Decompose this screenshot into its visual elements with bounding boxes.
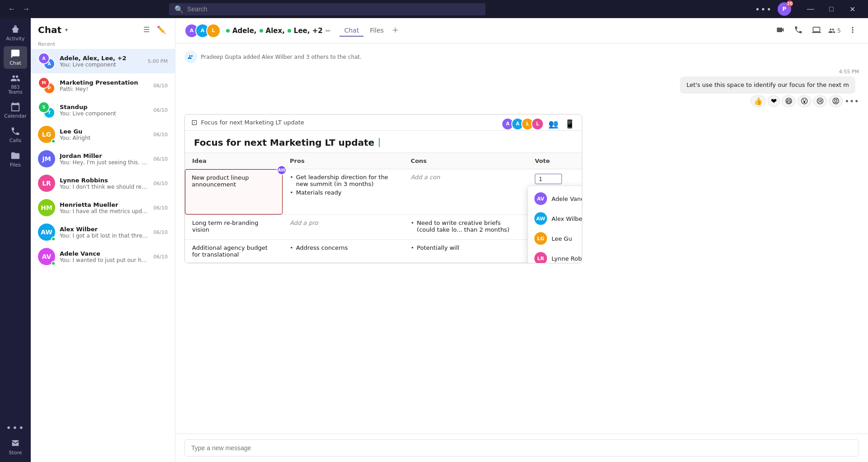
chat-preview: You: I don't think we should request age… bbox=[60, 184, 149, 190]
chat-title[interactable]: Chat bbox=[38, 24, 61, 35]
chat-item[interactable]: LG Lee Gu You: Alright 06/10 bbox=[31, 122, 175, 147]
header-actions-right: 5 bbox=[774, 24, 859, 38]
idea-cell: ⠿ New product lineup announcement AW bbox=[185, 169, 283, 215]
tab-chat[interactable]: Chat bbox=[340, 25, 363, 37]
name-lee: Lee, +2 bbox=[294, 27, 323, 35]
bullet-item: • Need to write creative briefs (could t… bbox=[410, 219, 520, 233]
teams-label: 883 Teams bbox=[5, 85, 25, 95]
idea-cell-3[interactable]: Additional agency budget for translation… bbox=[185, 240, 283, 263]
new-chat-button[interactable]: ✏️ bbox=[155, 24, 168, 36]
add-participant-button[interactable]: 👥 bbox=[547, 117, 560, 130]
live-component-header-wrapper: ⊡ Focus for next Marketing LT update A A… bbox=[185, 114, 582, 131]
chat-meta: 5:00 PM bbox=[148, 58, 168, 64]
sidebar-item-calls[interactable]: Calls bbox=[4, 124, 27, 146]
chat-name: Lee Gu bbox=[60, 128, 149, 135]
more-options-header-button[interactable] bbox=[846, 24, 859, 38]
sidebar-item-more[interactable]: ••• bbox=[4, 419, 27, 436]
avatar-group: A A bbox=[38, 52, 55, 70]
search-icon: 🔍 bbox=[175, 5, 184, 14]
reaction-smile[interactable]: 😄 bbox=[782, 95, 796, 107]
chat-item[interactable]: JM Jordan Miller You: Hey, I'm just seei… bbox=[31, 147, 175, 171]
avatar-group: S T bbox=[38, 101, 55, 119]
cursor-blink bbox=[379, 138, 380, 147]
chat-name: Marketing Presentation bbox=[60, 79, 149, 86]
col-cons: Cons bbox=[403, 153, 528, 169]
phone-call-button[interactable] bbox=[792, 24, 805, 38]
chat-info: Standup You: Live component bbox=[60, 104, 149, 117]
sidebar-item-activity[interactable]: Activity bbox=[4, 22, 27, 44]
add-tab-button[interactable]: + bbox=[392, 25, 399, 37]
online-indicator bbox=[51, 261, 56, 266]
table-title: Focus for next Marketing LT update bbox=[185, 131, 582, 153]
reaction-thumbs-up[interactable]: 👍 bbox=[750, 95, 766, 107]
chat-item[interactable]: AW Alex Wilber You: I got a bit lost in … bbox=[31, 220, 175, 244]
dropdown-item-adele[interactable]: AV Adele Vance bbox=[528, 189, 582, 209]
system-message-text: Pradeep Gupta added Alex Wilber and 3 ot… bbox=[201, 54, 362, 60]
add-con-link[interactable]: Add a con bbox=[410, 174, 440, 181]
search-input[interactable] bbox=[187, 5, 480, 13]
chat-meta: 06/10 bbox=[153, 107, 168, 113]
bullet-item: • Potentially will bbox=[410, 244, 520, 251]
add-pro-link[interactable]: Add a pro bbox=[290, 219, 318, 226]
vote-cell: AV Adele Vance AW Alex Wilber bbox=[528, 169, 582, 215]
avatar-container: AW bbox=[38, 224, 55, 241]
dropdown-item-lee[interactable]: LG Lee Gu bbox=[528, 229, 582, 248]
chat-item[interactable]: HM Henrietta Mueller You: I have all the… bbox=[31, 195, 175, 220]
back-button[interactable]: ← bbox=[5, 3, 18, 15]
idea-cell-inner[interactable]: New product lineup announcement AW bbox=[185, 169, 283, 214]
screen-share-button[interactable] bbox=[810, 24, 823, 38]
live-component: ⊡ Focus for next Marketing LT update A A… bbox=[184, 114, 582, 263]
chat-title-arrow[interactable]: ▾ bbox=[65, 27, 68, 33]
main-chat: A A L Adele, Alex, Lee, +2 ✏️ Chat Files… bbox=[175, 18, 868, 462]
chat-item[interactable]: A A Adele, Alex, Lee, +2 You: Live compo… bbox=[31, 49, 175, 73]
idea-cell-2[interactable]: Long term re-branding vision bbox=[185, 215, 283, 240]
edit-name-button[interactable]: ✏️ bbox=[326, 27, 331, 34]
avatar: M bbox=[38, 77, 50, 89]
user-avatar[interactable]: P 20 bbox=[778, 2, 791, 16]
chat-info: Jordan Miller You: Hey, I'm just seeing … bbox=[60, 152, 149, 166]
minimize-button[interactable]: — bbox=[800, 2, 821, 16]
reaction-wow[interactable]: 😮 bbox=[797, 95, 811, 107]
chat-preview: You: I have all the metrics updated. I j… bbox=[60, 208, 149, 214]
chat-info: Lynne Robbins You: I don't think we shou… bbox=[60, 177, 149, 190]
chat-item[interactable]: LR Lynne Robbins You: I don't think we s… bbox=[31, 171, 175, 195]
sidebar-item-chat[interactable]: Chat bbox=[4, 46, 27, 69]
bullet-item: • Address concerns bbox=[290, 244, 396, 251]
chat-item[interactable]: S T Standup You: Live component 06/10 bbox=[31, 98, 175, 122]
avatar-group: M P bbox=[38, 77, 55, 94]
chat-name: Henrietta Mueller bbox=[60, 201, 149, 208]
avatar-container: AV bbox=[38, 248, 55, 265]
chat-info: Marketing Presentation Patti: Hey! bbox=[60, 79, 149, 92]
reaction-angry[interactable]: 😡 bbox=[829, 95, 843, 107]
filter-button[interactable]: ☰ bbox=[142, 24, 151, 36]
dropdown-avatar: LG bbox=[534, 232, 547, 245]
chat-meta: 06/10 bbox=[153, 156, 168, 162]
vote-input[interactable] bbox=[535, 174, 562, 184]
close-button[interactable]: ✕ bbox=[842, 2, 863, 16]
chat-item[interactable]: AV Adele Vance You: I wanted to just put… bbox=[31, 244, 175, 269]
maximize-button[interactable]: □ bbox=[821, 2, 842, 16]
tab-files[interactable]: Files bbox=[365, 25, 388, 37]
more-reactions-button[interactable]: ••• bbox=[844, 96, 859, 106]
chat-messages: Pradeep Gupta added Alex Wilber and 3 ot… bbox=[175, 43, 868, 433]
more-options-button[interactable]: ••• bbox=[755, 5, 772, 14]
forward-button[interactable]: → bbox=[20, 3, 33, 15]
search-bar[interactable]: 🔍 bbox=[169, 3, 486, 15]
dropdown-item-alex[interactable]: AW Alex Wilber bbox=[528, 209, 582, 229]
reaction-sad[interactable]: 😢 bbox=[813, 95, 827, 107]
chat-list-panel: Chat ▾ ☰ ✏️ Recent A A Adele, Alex, Lee,… bbox=[31, 18, 175, 462]
video-call-button[interactable] bbox=[774, 24, 787, 38]
dropdown-item-lynne[interactable]: LR Lynne Robbins bbox=[528, 248, 582, 263]
sidebar-item-files[interactable]: Files bbox=[4, 148, 27, 171]
chat-list-header: Chat ▾ ☰ ✏️ bbox=[31, 18, 175, 39]
participant-avatars: A A L L bbox=[501, 118, 544, 130]
chat-time: 06/10 bbox=[153, 181, 168, 186]
message-input-area bbox=[175, 433, 868, 462]
reaction-heart[interactable]: ❤️ bbox=[768, 95, 780, 107]
sidebar-item-calendar[interactable]: Calendar bbox=[4, 99, 27, 122]
message-input[interactable] bbox=[184, 439, 859, 457]
sidebar-item-teams[interactable]: 883 Teams bbox=[4, 71, 27, 97]
sidebar-item-store[interactable]: Store bbox=[4, 436, 27, 458]
mobile-view-button[interactable]: 📱 bbox=[563, 117, 576, 130]
chat-item[interactable]: M P Marketing Presentation Patti: Hey! 0… bbox=[31, 73, 175, 98]
